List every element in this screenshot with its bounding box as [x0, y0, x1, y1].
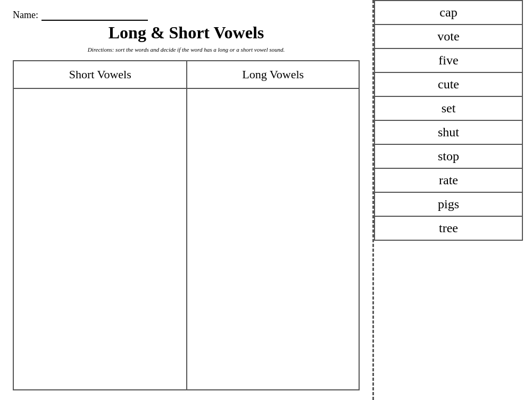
word-card[interactable]: tree [374, 217, 523, 241]
word-card[interactable]: vote [374, 25, 523, 49]
word-card[interactable]: pigs [374, 193, 523, 217]
page-title: Long & Short Vowels [13, 23, 360, 43]
name-row: Name: [13, 10, 148, 21]
short-vowels-cell[interactable] [13, 88, 187, 390]
word-card[interactable]: cute [374, 73, 523, 97]
directions-text: Directions: sort the words and decide if… [13, 46, 360, 54]
long-vowels-header: Long Vowels [187, 61, 359, 88]
word-card[interactable]: rate [374, 169, 523, 193]
word-card[interactable]: five [374, 49, 523, 73]
word-card[interactable]: cap [374, 0, 523, 25]
word-card[interactable]: set [374, 97, 523, 121]
long-vowels-cell[interactable] [187, 88, 359, 390]
word-card[interactable]: shut [374, 121, 523, 145]
name-label: Name: [13, 10, 38, 21]
sort-table: Short Vowels Long Vowels [13, 60, 360, 390]
word-list-panel: capvotefivecutesetshutstopratepigstree [374, 0, 523, 400]
word-card[interactable]: stop [374, 145, 523, 169]
name-underline [41, 10, 148, 21]
short-vowels-header: Short Vowels [13, 61, 187, 88]
left-panel: Name: Long & Short Vowels Directions: so… [0, 0, 372, 400]
